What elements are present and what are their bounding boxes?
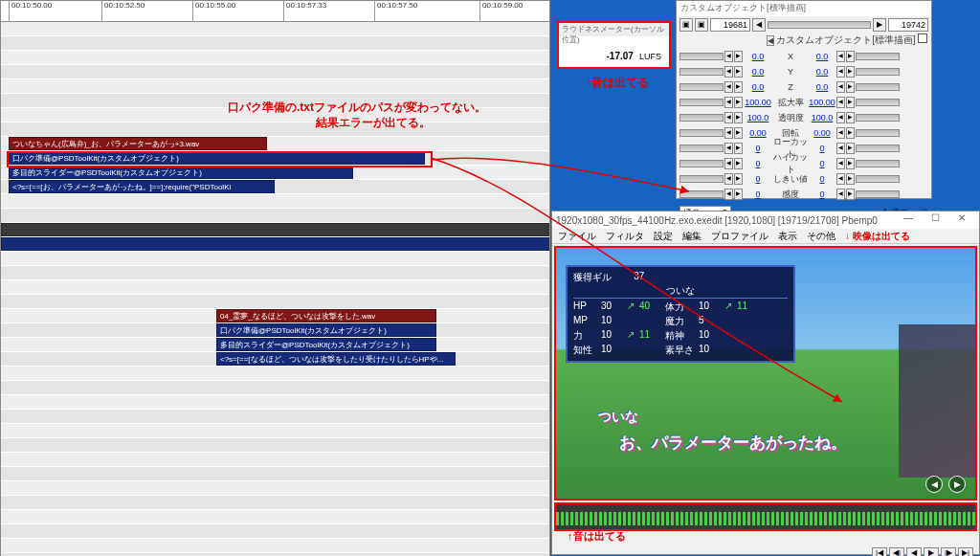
nav-next-icon[interactable]: ▶ — [948, 476, 966, 493]
param-value-right[interactable]: 0 — [809, 159, 835, 168]
step-back-icon[interactable]: ◀ — [752, 18, 766, 32]
inc-button[interactable]: ▶ — [846, 97, 855, 108]
dec-button[interactable]: ◀ — [836, 51, 845, 62]
param-slider-left[interactable] — [679, 53, 724, 60]
param-value-right[interactable]: 100.0 — [809, 113, 835, 122]
param-slider-right[interactable] — [856, 114, 900, 122]
step-fwd-icon[interactable]: ▶ — [873, 18, 886, 32]
param-value-left[interactable]: 0.0 — [744, 52, 772, 61]
play-back-button[interactable]: ◀ — [906, 547, 922, 556]
param-value-right[interactable]: 0.0 — [809, 67, 835, 77]
inc-button[interactable]: ▶ — [734, 127, 743, 139]
inc-button[interactable]: ▶ — [734, 51, 743, 62]
param-slider-left[interactable] — [679, 68, 724, 76]
param-slider-right[interactable] — [856, 53, 900, 60]
menu-profile[interactable]: プロファイル — [711, 230, 768, 242]
menu-file[interactable]: ファイル — [558, 230, 596, 242]
dec-button[interactable]: ◀ — [724, 97, 733, 108]
dec-button[interactable]: ◀ — [836, 173, 845, 185]
dec-button[interactable]: ◀ — [724, 112, 733, 123]
dec-button[interactable]: ◀ — [836, 112, 845, 123]
inc-button[interactable]: ▶ — [846, 112, 855, 123]
step-back-button[interactable]: ◀| — [889, 547, 904, 556]
menu-filter[interactable]: フィルタ — [606, 230, 644, 242]
back-icon[interactable]: ◀ — [767, 35, 774, 46]
inc-button[interactable]: ▶ — [846, 143, 855, 154]
inc-button[interactable]: ▶ — [846, 158, 855, 169]
menu-view[interactable]: 表示 — [778, 230, 797, 242]
param-value-right[interactable]: 100.00 — [809, 98, 835, 107]
param-slider-left[interactable] — [679, 129, 724, 137]
param-slider-right[interactable] — [856, 190, 900, 198]
next-layer-icon[interactable]: ▣ — [695, 18, 708, 32]
dec-button[interactable]: ◀ — [836, 143, 845, 154]
dec-button[interactable]: ◀ — [724, 127, 733, 139]
audio-clip[interactable]: 04_霊夢_なるほど、ついなは攻撃をした.wav — [216, 309, 436, 322]
param-value-left[interactable]: 0 — [744, 174, 772, 184]
maximize-button[interactable]: ☐ — [922, 212, 948, 228]
dec-button[interactable]: ◀ — [836, 158, 845, 169]
param-slider-left[interactable] — [679, 190, 724, 198]
inc-button[interactable]: ▶ — [734, 143, 743, 154]
close-button[interactable]: ✕ — [948, 212, 975, 228]
param-value-right[interactable]: 0 — [809, 174, 835, 184]
param-value-right[interactable]: 0 — [809, 144, 835, 153]
param-slider-right[interactable] — [856, 145, 900, 152]
inc-button[interactable]: ▶ — [734, 81, 743, 93]
custom-object-clip[interactable]: 多目的スライダー@PSDToolKit(カスタムオブジェクト) — [216, 338, 436, 351]
inc-button[interactable]: ▶ — [846, 51, 855, 62]
inc-button[interactable]: ▶ — [734, 97, 743, 108]
param-slider-left[interactable] — [679, 99, 724, 106]
dec-button[interactable]: ◀ — [724, 173, 733, 185]
enable-checkbox[interactable] — [918, 33, 927, 43]
param-slider-right[interactable] — [856, 68, 900, 76]
param-value-right[interactable]: 0.0 — [809, 52, 835, 61]
dec-button[interactable]: ◀ — [724, 81, 733, 93]
goto-start-button[interactable]: |◀ — [872, 547, 887, 556]
inc-button[interactable]: ▶ — [846, 173, 855, 185]
step-fwd-button[interactable]: |▶ — [941, 547, 956, 556]
param-slider-left[interactable] — [679, 114, 724, 122]
param-value-left[interactable]: 0 — [744, 144, 772, 153]
audio-clip[interactable]: ついなちゃん(広島弁)_お、パラメーターあがっ+3.wav — [9, 137, 267, 150]
inc-button[interactable]: ▶ — [734, 112, 743, 123]
custom-object-clip[interactable]: 多目的スライダー@PSDToolKit(カスタムオブジェクト) — [9, 166, 353, 179]
inc-button[interactable]: ▶ — [734, 158, 743, 169]
audio-waveform[interactable] — [554, 502, 977, 531]
param-value-left[interactable]: 0.00 — [744, 128, 772, 138]
inc-button[interactable]: ▶ — [846, 127, 855, 139]
param-slider-right[interactable] — [856, 83, 900, 91]
goto-end-button[interactable]: ▶| — [958, 547, 973, 556]
dec-button[interactable]: ◀ — [836, 127, 845, 139]
inc-button[interactable]: ▶ — [734, 189, 743, 200]
param-value-left[interactable]: 0 — [744, 189, 772, 199]
frame-start-input[interactable] — [710, 18, 750, 32]
param-slider-left[interactable] — [679, 175, 724, 183]
param-slider-right[interactable] — [856, 129, 900, 137]
param-value-left[interactable]: 100.00 — [744, 98, 772, 107]
frame-slider[interactable] — [768, 21, 871, 29]
clip[interactable] — [1, 237, 549, 251]
param-value-left[interactable]: 0 — [744, 159, 772, 168]
param-slider-right[interactable] — [856, 175, 900, 183]
menu-edit[interactable]: 編集 — [682, 230, 702, 242]
param-value-right[interactable]: 0.0 — [809, 82, 835, 92]
custom-object-clip[interactable]: 口パク準備@PSDToolKit(カスタムオブジェクト) — [216, 323, 436, 337]
inc-button[interactable]: ▶ — [734, 66, 743, 78]
timeline-ruler[interactable]: 00:10:50.00 00:10:52.50 00:10:55.00 00:1… — [1, 1, 549, 22]
waveform-clip[interactable] — [1, 223, 549, 236]
param-slider-left[interactable] — [679, 83, 724, 91]
frame-end-input[interactable] — [888, 18, 928, 32]
param-slider-left[interactable] — [679, 145, 724, 152]
param-value-right[interactable]: 0.00 — [809, 128, 835, 138]
dec-button[interactable]: ◀ — [724, 189, 733, 200]
minimize-button[interactable]: — — [895, 212, 922, 228]
dec-button[interactable]: ◀ — [724, 51, 733, 62]
param-slider-left[interactable] — [679, 160, 724, 167]
param-value-left[interactable]: 0.0 — [744, 67, 772, 77]
nav-prev-icon[interactable]: ◀ — [925, 476, 943, 493]
param-value-left[interactable]: 100.0 — [744, 113, 772, 122]
play-button[interactable]: ▶ — [924, 547, 939, 556]
param-slider-right[interactable] — [856, 99, 900, 106]
dec-button[interactable]: ◀ — [724, 158, 733, 169]
